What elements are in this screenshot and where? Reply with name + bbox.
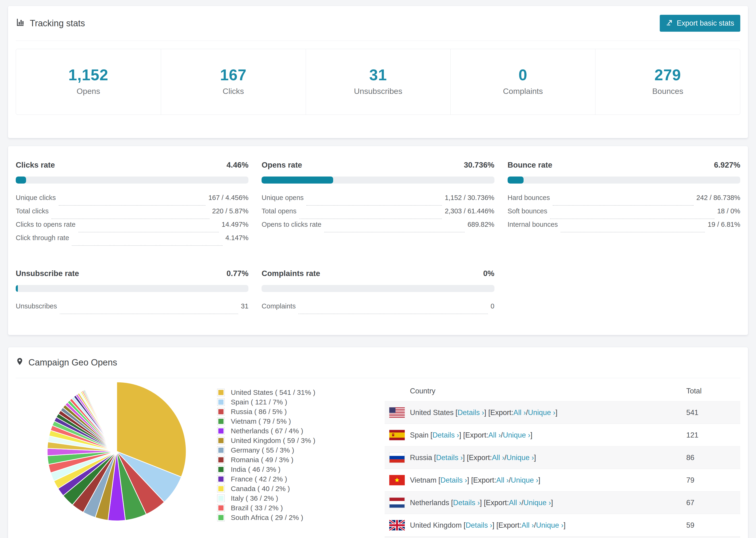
rate-section: Unsubscribe rate0.77%Unsubscribes31 xyxy=(16,269,248,316)
rate-detail-value: 0 xyxy=(491,302,495,310)
legend-label: Italy ( 36 / 2% ) xyxy=(231,494,278,502)
legend-item: Netherlands ( 67 / 4% ) xyxy=(217,426,315,436)
flag-nl-icon xyxy=(389,497,405,508)
geo-country-table: Country Total United States[Details ›] [… xyxy=(385,381,740,538)
country-export-unique-link[interactable]: Unique › xyxy=(536,521,564,529)
legend-swatch-color xyxy=(218,486,224,491)
rate-detail-value: 1,152 / 30.736% xyxy=(445,194,494,202)
legend-swatch-color xyxy=(218,400,224,405)
legend-item: Vietnam ( 79 / 5% ) xyxy=(217,416,315,426)
legend-swatch xyxy=(217,408,225,415)
dotted-leader xyxy=(59,205,206,206)
dotted-leader xyxy=(324,232,465,232)
legend-label: Romania ( 49 / 3% ) xyxy=(231,456,294,464)
stat-label: Bounces xyxy=(598,86,738,96)
country-export-all-link[interactable]: All › xyxy=(521,521,534,529)
legend-swatch-color xyxy=(218,448,224,453)
rate-section: Clicks rate4.46%Unique clicks167 / 4.456… xyxy=(16,161,248,247)
total-cell: 67 xyxy=(686,499,740,507)
table-row: Germany[Details ›] [Export: All › / Uniq… xyxy=(385,536,740,538)
slash: / xyxy=(534,521,536,529)
stat-value: 31 xyxy=(308,66,448,84)
rate-detail-label: Click through rate xyxy=(16,234,69,242)
country-export-all-link[interactable]: All › xyxy=(509,499,521,507)
rate-progress-track xyxy=(16,285,248,292)
country-cell: Netherlands[Details ›] [Export: All › / … xyxy=(385,497,686,508)
rate-detail-label: Opens to clicks rate xyxy=(261,221,321,228)
bracket: ] xyxy=(551,499,553,507)
country-cell: United States[Details ›] [Export: All › … xyxy=(385,407,686,418)
stat-value: 279 xyxy=(598,66,738,84)
dotted-leader xyxy=(561,232,705,232)
rate-header: Opens rate30.736% xyxy=(261,161,494,170)
country-export-all-link[interactable]: All › xyxy=(496,476,509,484)
table-row: Russia[Details ›] [Export: All › / Uniqu… xyxy=(385,446,740,469)
legend-label: Spain ( 121 / 7% ) xyxy=(231,398,287,406)
slash: / xyxy=(501,431,503,439)
country-details-link[interactable]: Details › xyxy=(453,499,480,507)
rate-detail-row: Hard bounces242 / 86.738% xyxy=(508,194,740,207)
dotted-leader xyxy=(550,219,715,219)
export-prefix: ] [Export: xyxy=(492,521,521,529)
rate-section: Opens rate30.736%Unique opens1,152 / 30.… xyxy=(261,161,494,247)
country-export-all-link[interactable]: All › xyxy=(492,454,504,462)
total-cell: 59 xyxy=(686,521,740,529)
stat-value: 1,152 xyxy=(18,66,158,84)
legend-item: Spain ( 121 / 7% ) xyxy=(217,397,315,407)
flag-vn-icon xyxy=(389,475,405,485)
stat-value: 167 xyxy=(163,66,303,84)
country-details-link[interactable]: Details › xyxy=(432,431,459,439)
rate-detail-label: Unique clicks xyxy=(16,194,56,202)
geo-title: Campaign Geo Opens xyxy=(16,356,117,369)
bracket: ] xyxy=(538,476,540,484)
rate-title: Unsubscribe rate xyxy=(16,269,79,278)
legend-swatch-color xyxy=(218,506,224,511)
country-name: Netherlands xyxy=(410,499,449,507)
country-export-all-link[interactable]: All › xyxy=(513,408,526,417)
rate-detail-label: Unique opens xyxy=(261,194,303,202)
legend-swatch-color xyxy=(218,515,224,520)
legend-item: France ( 42 / 2% ) xyxy=(217,474,315,484)
legend-item: United Kingdom ( 59 / 3% ) xyxy=(217,436,315,445)
rate-progress-fill xyxy=(261,177,333,184)
country-export-all-link[interactable]: All › xyxy=(488,431,501,439)
table-row: Vietnam[Details ›] [Export: All › / Uniq… xyxy=(385,469,740,491)
legend-swatch-color xyxy=(218,457,224,462)
flag-ru-icon xyxy=(389,452,405,463)
country-column-header: Country xyxy=(385,387,686,395)
country-details-link[interactable]: Details › xyxy=(441,476,467,484)
country-export-unique-link[interactable]: Unique › xyxy=(507,454,534,462)
legend-label: Netherlands ( 67 / 4% ) xyxy=(231,427,303,435)
rate-detail-label: Complaints xyxy=(261,302,296,310)
rate-detail-row: Unique clicks167 / 4.456% xyxy=(16,194,248,207)
legend-swatch xyxy=(217,456,225,463)
country-export-unique-link[interactable]: Unique › xyxy=(503,431,530,439)
bracket: [ xyxy=(438,476,441,484)
bracket: [ xyxy=(464,521,466,529)
legend-item: Russia ( 86 / 5% ) xyxy=(217,407,315,416)
geo-table-rows: United States[Details ›] [Export: All › … xyxy=(385,401,740,538)
country-export-unique-link[interactable]: Unique › xyxy=(528,408,556,417)
bracket: [ xyxy=(434,454,436,462)
total-cell: 541 xyxy=(686,408,740,417)
geo-pie-legend: United States ( 541 / 31% )Spain ( 121 /… xyxy=(217,388,315,522)
stat-card: 0Complaints xyxy=(450,49,595,115)
tracking-stats-header: Tracking stats Export basic stats xyxy=(8,6,748,41)
geo-header: Campaign Geo Opens xyxy=(8,347,748,378)
stat-card: 279Bounces xyxy=(595,49,740,115)
dotted-leader xyxy=(72,245,223,246)
country-details-link[interactable]: Details › xyxy=(458,408,484,417)
legend-swatch xyxy=(217,475,225,483)
geo-pie-svg xyxy=(46,381,187,522)
country-export-unique-link[interactable]: Unique › xyxy=(511,476,538,484)
export-basic-stats-button[interactable]: Export basic stats xyxy=(660,15,740,32)
export-prefix: ] [Export: xyxy=(459,431,488,439)
country-details-link[interactable]: Details › xyxy=(436,454,463,462)
country-export-unique-link[interactable]: Unique › xyxy=(523,499,551,507)
slash: / xyxy=(521,499,523,507)
rate-value: 0% xyxy=(483,269,495,278)
country-cell: United Kingdom[Details ›] [Export: All ›… xyxy=(385,520,686,530)
legend-swatch xyxy=(217,389,225,396)
country-details-link[interactable]: Details › xyxy=(465,521,492,529)
dotted-leader xyxy=(298,314,488,314)
